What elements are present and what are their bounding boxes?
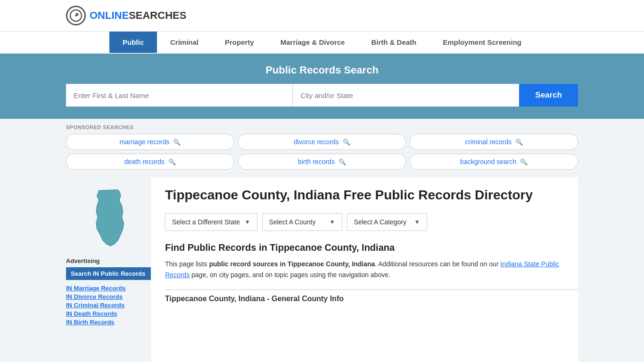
tag-criminal-records[interactable]: criminal records 🔍 <box>410 134 578 150</box>
tag-marriage-records[interactable]: marriage records 🔍 <box>66 134 234 150</box>
tag-background-search[interactable]: background search 🔍 <box>410 154 578 170</box>
indiana-map <box>83 187 134 248</box>
state-dropdown-arrow: ▼ <box>245 219 250 225</box>
sponsored-label: SPONSORED SEARCHES <box>66 124 578 130</box>
tag-death-records[interactable]: death records 🔍 <box>66 154 234 170</box>
category-dropdown-arrow: ▼ <box>414 219 420 225</box>
advertising-label: Advertising <box>66 257 151 264</box>
search-icon-birth: 🔍 <box>339 158 346 165</box>
main-content: Tippecanoe County, Indiana Free Public R… <box>151 177 578 362</box>
svg-point-1 <box>75 15 77 16</box>
description-paragraph: This page lists public record sources in… <box>165 259 578 280</box>
tag-divorce-text: divorce records <box>294 138 339 146</box>
main-nav: Public Criminal Property Marriage & Divo… <box>0 32 644 54</box>
header: ONLINESEARCHES <box>0 0 644 32</box>
category-dropdown-label: Select A Category <box>354 218 406 226</box>
sponsored-section: SPONSORED SEARCHES marriage records 🔍 di… <box>0 119 644 177</box>
search-icon-criminal: 🔍 <box>515 139 523 146</box>
sidebar-birth-link[interactable]: IN Birth Records <box>66 319 151 326</box>
general-county-heading: Tippecanoe County, Indiana - General Cou… <box>165 289 578 308</box>
county-dropdown[interactable]: Select A County ▼ <box>262 213 342 231</box>
desc-bold: public record sources in Tippecanoe Coun… <box>209 260 375 268</box>
search-banner: Public Records Search Search <box>0 54 644 119</box>
sidebar-death-link[interactable]: IN Death Records <box>66 310 151 317</box>
search-button[interactable]: Search <box>519 84 578 107</box>
search-icon-background: 🔍 <box>520 158 528 165</box>
search-icon-marriage: 🔍 <box>173 139 181 146</box>
nav-birth-death[interactable]: Birth & Death <box>358 32 429 53</box>
main-wrap: Advertising Search IN Public Records IN … <box>0 177 644 362</box>
tag-marriage-text: marriage records <box>119 138 169 146</box>
name-input[interactable] <box>66 84 292 107</box>
state-dropdown-label: Select a Different State <box>172 218 240 226</box>
nav-criminal[interactable]: Criminal <box>157 32 212 53</box>
nav-employment[interactable]: Employment Screening <box>429 32 535 53</box>
location-input[interactable] <box>292 84 519 107</box>
sidebar: Advertising Search IN Public Records IN … <box>66 177 151 362</box>
nav-property[interactable]: Property <box>212 32 267 53</box>
logo-icon <box>66 6 86 25</box>
sidebar-divorce-link[interactable]: IN Divorce Records <box>66 293 151 300</box>
tag-background-text: background search <box>460 158 516 165</box>
sidebar-marriage-link[interactable]: IN Marriage Records <box>66 285 151 292</box>
find-heading: Find Public Records in Tippecanoe County… <box>165 242 578 253</box>
tag-divorce-records[interactable]: divorce records 🔍 <box>238 134 406 150</box>
tag-birth-text: birth records <box>298 158 335 165</box>
search-form: Search <box>66 84 578 107</box>
desc-part3: page, on city pages, and on topic pages … <box>190 271 390 279</box>
state-dropdown[interactable]: Select a Different State ▼ <box>165 213 257 231</box>
desc-part2: . Additional resources can be found on o… <box>375 260 500 268</box>
search-banner-title: Public Records Search <box>66 64 578 76</box>
nav-public[interactable]: Public <box>109 32 157 53</box>
page-title: Tippecanoe County, Indiana Free Public R… <box>165 187 578 204</box>
search-tags-grid: marriage records 🔍 divorce records 🔍 cri… <box>66 134 578 170</box>
tag-death-text: death records <box>124 158 165 165</box>
search-in-public-btn[interactable]: Search IN Public Records <box>66 267 151 280</box>
tag-criminal-text: criminal records <box>465 138 512 146</box>
tag-birth-records[interactable]: birth records 🔍 <box>238 154 406 170</box>
dropdowns-row: Select a Different State ▼ Select A Coun… <box>165 213 578 231</box>
logo-area: ONLINESEARCHES <box>66 6 186 25</box>
nav-marriage-divorce[interactable]: Marriage & Divorce <box>267 32 358 53</box>
logo-text: ONLINESEARCHES <box>90 9 186 22</box>
search-icon-divorce: 🔍 <box>343 139 350 146</box>
sidebar-criminal-link[interactable]: IN Criminal Records <box>66 302 151 309</box>
category-dropdown[interactable]: Select A Category ▼ <box>347 213 427 231</box>
desc-part1: This page lists <box>165 260 209 268</box>
county-dropdown-label: Select A County <box>269 218 316 226</box>
county-dropdown-arrow: ▼ <box>330 219 335 225</box>
search-icon-death: 🔍 <box>168 158 176 165</box>
